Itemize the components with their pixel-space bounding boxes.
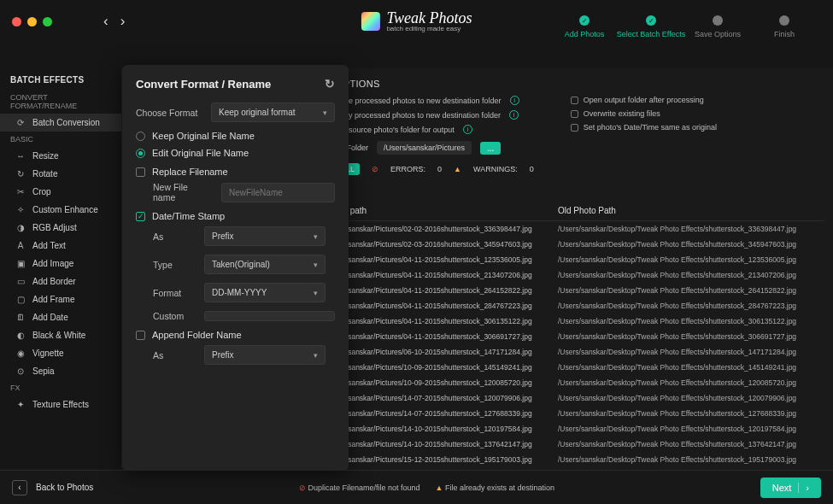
sidebar-item-add-date[interactable]: 🗓Add Date xyxy=(0,308,121,326)
table-row[interactable]: ers/sanskar/Pictures/14-10-2015shutterst… xyxy=(336,437,824,452)
sidebar-item-black-&-white[interactable]: ◐Black & White xyxy=(0,326,121,344)
format-select[interactable]: DD-MM-YYYY▾ xyxy=(204,283,326,302)
info-icon[interactable]: i xyxy=(509,110,519,120)
note-exists: File already exists at destination xyxy=(445,483,554,492)
error-icon: ⊘ xyxy=(299,483,306,492)
option-checkbox[interactable]: Overwrite existing files xyxy=(571,109,717,118)
option-checkbox[interactable]: e processed photos to new destination fo… xyxy=(336,96,519,105)
option-checkbox[interactable]: Open output folder after processing xyxy=(571,96,717,104)
sidebar-item-sepia[interactable]: ⊙Sepia xyxy=(0,362,121,380)
cell-old-path: /Users/sanskar/Desktop/Tweak Photo Effec… xyxy=(558,240,824,249)
checkbox-replace-filename[interactable]: Replace Filename xyxy=(136,167,335,177)
close-dot[interactable] xyxy=(12,17,21,26)
info-icon[interactable]: i xyxy=(463,125,472,134)
table-row[interactable]: ers/sanskar/Pictures/04-11-2015shutterst… xyxy=(336,314,824,329)
option-checkbox[interactable]: Set photo's Date/Time same as original xyxy=(571,123,717,132)
app-brand: Tweak Photos batch editing made easy xyxy=(361,10,472,32)
option-checkbox[interactable]: y processed photos to new destination fo… xyxy=(336,110,519,120)
sidebar-item-add-border[interactable]: ▭Add Border xyxy=(0,273,121,290)
table-row[interactable]: ers/sanskar/Pictures/04-11-2015shutterst… xyxy=(336,252,824,267)
chevron-right-icon: › xyxy=(798,483,809,493)
sidebar-item-label: Custom Enhance xyxy=(32,205,98,214)
errors-value: 0 xyxy=(437,165,442,173)
table-row[interactable]: ers/sanskar/Pictures/04-11-2015shutterst… xyxy=(336,283,824,298)
browse-button[interactable]: ... xyxy=(480,142,501,155)
cell-old-path: /Users/sanskar/Desktop/Tweak Photo Effec… xyxy=(558,255,824,264)
destination-path: /Users/sanskar/Pictures xyxy=(377,141,472,155)
custom-input[interactable] xyxy=(204,311,335,321)
effect-icon: ↻ xyxy=(15,169,26,179)
table-row[interactable]: ers/sanskar/Pictures/14-07-2015shutterst… xyxy=(336,390,824,406)
table-row[interactable]: ers/sanskar/Pictures/04-11-2015shutterst… xyxy=(336,267,824,283)
step-add-photos[interactable]: ✓Add Photos xyxy=(551,15,618,38)
table-row[interactable]: ers/sanskar/Pictures/10-09-2015shutterst… xyxy=(336,360,824,375)
option-label: Open output folder after processing xyxy=(584,96,704,104)
table-row[interactable]: ers/sanskar/Pictures/02-02-2016shutterst… xyxy=(336,221,824,237)
table-row[interactable]: ers/sanskar/Pictures/14-10-2015shutterst… xyxy=(336,421,824,437)
choose-format-select[interactable]: Keep original format▾ xyxy=(211,103,335,122)
table-row[interactable]: ers/sanskar/Pictures/06-10-2015shutterst… xyxy=(336,344,824,360)
option-label: source photo's folder for output xyxy=(349,126,455,134)
window-controls[interactable] xyxy=(12,17,52,26)
as-label: As xyxy=(153,231,196,242)
progress-stepper: ✓Add Photos✓Select Batch EffectsSave Opt… xyxy=(551,15,818,38)
sidebar-group-basic: BASIC xyxy=(0,132,121,147)
cell-new-path: ers/sanskar/Pictures/02-02-2016shutterst… xyxy=(336,225,558,233)
checkbox-datetime-stamp[interactable]: ✓ Date/Time Stamp xyxy=(136,211,335,221)
sidebar-item-add-frame[interactable]: ▢Add Frame xyxy=(0,290,121,308)
minimize-dot[interactable] xyxy=(27,17,37,26)
append-as-select[interactable]: Prefix▾ xyxy=(204,345,326,365)
type-select[interactable]: Taken(Original)▾ xyxy=(204,255,326,274)
table-row[interactable]: ers/sanskar/Pictures/10-09-2015shutterst… xyxy=(336,375,824,390)
sidebar-item-crop[interactable]: ✂Crop xyxy=(0,183,121,201)
next-button[interactable]: Next › xyxy=(760,478,821,498)
step-save-options[interactable]: Save Options xyxy=(684,15,751,38)
table-row[interactable]: ers/sanskar/Pictures/04-11-2015shutterst… xyxy=(336,298,824,314)
sidebar-item-batch-conversion[interactable]: ⟳ Batch Conversion xyxy=(0,114,121,132)
sidebar-group-convert: CONVERT FORMAT/RENAME xyxy=(0,90,121,114)
step-select-batch-effects[interactable]: ✓Select Batch Effects xyxy=(618,15,684,38)
sidebar-item-label: Texture Effects xyxy=(32,400,89,409)
cell-new-path: ers/sanskar/Pictures/04-11-2015shutterst… xyxy=(336,271,558,279)
sidebar-item-label: Rotate xyxy=(32,169,57,179)
checkbox-append-folder[interactable]: Append Folder Name xyxy=(136,330,335,340)
info-icon[interactable]: i xyxy=(510,96,519,105)
radio-edit-name[interactable]: Edit Original File Name xyxy=(136,148,335,158)
options-title: OPTIONS xyxy=(336,79,824,89)
cell-new-path: ers/sanskar/Pictures/14-10-2015shutterst… xyxy=(336,440,558,448)
sidebar-item-rotate[interactable]: ↻Rotate xyxy=(0,165,121,183)
maximize-dot[interactable] xyxy=(43,17,52,26)
new-filename-input[interactable]: NewFileName xyxy=(221,183,335,202)
checkbox-icon xyxy=(136,167,145,177)
table-row[interactable]: ers/sanskar/Pictures/15-12-2015shutterst… xyxy=(336,452,824,467)
sidebar-item-add-image[interactable]: ▣Add Image xyxy=(0,255,121,273)
sidebar-item-texture-effects[interactable]: ✦Texture Effects xyxy=(0,396,121,413)
option-label: y processed photos to new destination fo… xyxy=(349,111,501,120)
reset-icon[interactable]: ↻ xyxy=(325,77,335,91)
as-select[interactable]: Prefix▾ xyxy=(204,226,326,246)
choose-format-label: Choose Format xyxy=(136,108,202,118)
app-logo-icon xyxy=(361,12,379,31)
table-row[interactable]: ers/sanskar/Pictures/04-11-2015shutterst… xyxy=(336,329,824,344)
option-checkbox[interactable]: source photo's folder for outputi xyxy=(336,125,519,134)
effect-icon: ▣ xyxy=(15,259,26,268)
nav-forward-icon[interactable]: › xyxy=(120,13,126,30)
sidebar-item-resize[interactable]: ↔Resize xyxy=(0,147,121,165)
table-row[interactable]: ers/sanskar/Pictures/02-03-2016shutterst… xyxy=(336,237,824,252)
sidebar-item-custom-enhance[interactable]: ✧Custom Enhance xyxy=(0,201,121,219)
back-to-photos-button[interactable]: ‹ Back to Photos xyxy=(12,480,93,495)
cell-old-path: /Users/sanskar/Desktop/Tweak Photo Effec… xyxy=(558,332,824,341)
sidebar-item-label: Add Border xyxy=(32,277,76,286)
table-row[interactable]: ers/sanskar/Pictures/14-07-2015shutterst… xyxy=(336,406,824,421)
panel-title: Convert Format / Rename xyxy=(136,78,271,91)
cell-old-path: /Users/sanskar/Desktop/Tweak Photo Effec… xyxy=(558,302,824,310)
sidebar-item-add-text[interactable]: AAdd Text xyxy=(0,237,121,255)
sidebar-item-rgb-adjust[interactable]: ◑RGB Adjust xyxy=(0,219,121,237)
custom-label: Custom xyxy=(153,311,196,321)
step-finish[interactable]: Finish xyxy=(751,15,818,38)
errors-icon: ⊘ xyxy=(372,165,378,173)
radio-keep-name[interactable]: Keep Original File Name xyxy=(136,131,335,141)
nav-back-icon[interactable]: ‹ xyxy=(103,13,109,30)
sidebar-item-vignette[interactable]: ◉Vignette xyxy=(0,344,121,362)
format-label: Format xyxy=(153,288,196,298)
